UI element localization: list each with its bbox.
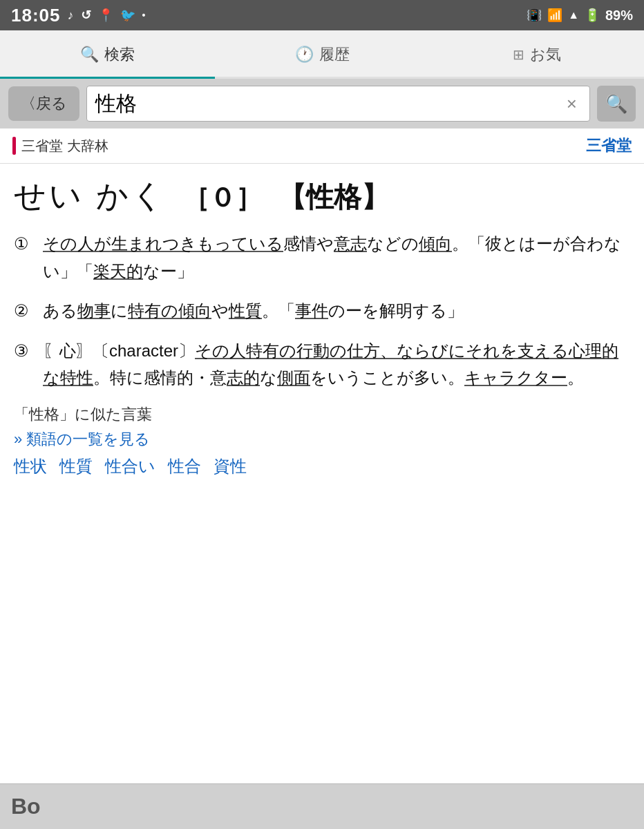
def-body-2: ある物事に特有の傾向や性質。「事件のーを解明する」 — [43, 297, 630, 325]
def-underline-3d: 志的 — [227, 368, 260, 387]
status-left: 18:05 ♪ ↺ 📍 🐦 • — [11, 5, 145, 26]
definition-item-2: ② ある物事に特有の傾向や性質。「事件のーを解明する」 — [14, 297, 630, 325]
related-section: 「性格」に似た言葉 » 類語の一覧を見る 性状 性質 性合い 性合 資性 — [14, 404, 630, 477]
def-underline-1c: 意志 — [334, 234, 367, 253]
bottom-tab-partial-text: Bo — [11, 794, 41, 819]
back-button[interactable]: 〈戻る — [8, 86, 79, 121]
dot-indicator: • — [142, 10, 146, 21]
def-underline-1b: 生まれつきもっている — [111, 234, 283, 253]
search-input-container[interactable]: 性格 × — [86, 86, 590, 122]
status-right: 📳 📶 ▲ 🔋 89% — [527, 8, 633, 23]
refresh-icon: ↺ — [81, 8, 91, 23]
search-bar: 〈戻る 性格 × 🔍 — [0, 79, 644, 128]
status-bar: 18:05 ♪ ↺ 📍 🐦 • 📳 📶 ▲ 🔋 89% — [0, 0, 644, 30]
related-word-2[interactable]: 性合い — [105, 455, 155, 477]
music-icon: ♪ — [68, 8, 74, 23]
cellular-icon: ▲ — [568, 9, 579, 21]
battery-icon: 🔋 — [585, 8, 600, 23]
headword-kanji: 【性格】 — [278, 178, 389, 216]
tab-history[interactable]: 🕐 履歴 — [215, 32, 430, 79]
search-input-text: 性格 — [95, 90, 562, 118]
def-num-2: ② — [14, 297, 36, 325]
tab-favorites[interactable]: ⊞ お気 — [429, 32, 644, 79]
dict-name-label: 三省堂 大辞林 — [21, 137, 108, 155]
def-underline-2d: 事件 — [295, 301, 328, 320]
dict-accent-bar — [12, 137, 16, 155]
def-underline-2b: 特有の傾向 — [128, 301, 211, 320]
definition-list: ① その人が生まれつきもっている感情や意志などの傾向。「彼とはーが合わない」「楽… — [14, 230, 630, 392]
def-underline-3e: 側面 — [277, 368, 310, 387]
search-tab-icon: 🔍 — [80, 46, 99, 64]
search-tab-label: 検索 — [104, 44, 135, 65]
dict-name-section: 三省堂 大辞林 — [12, 137, 108, 155]
search-clear-icon[interactable]: × — [562, 93, 581, 115]
def-underline-1e: 楽天的 — [93, 262, 143, 280]
definition-item-1: ① その人が生まれつきもっている感情や意志などの傾向。「彼とはーが合わない」「楽… — [14, 230, 630, 285]
def-underline-1d: 傾向 — [419, 234, 452, 253]
location-icon: 📍 — [98, 8, 113, 23]
signal-vibrate-icon: 📳 — [527, 8, 542, 23]
favorites-tab-label: お気 — [530, 44, 561, 65]
related-link[interactable]: » 類語の一覧を見る — [14, 429, 630, 450]
definition-item-3: ③ 〖心〗〔character〕その人特有の行動の仕方、ならびにそれを支える心理… — [14, 337, 630, 392]
history-tab-icon: 🕐 — [295, 46, 314, 64]
history-tab-label: 履歴 — [319, 44, 350, 65]
related-word-4[interactable]: 資性 — [214, 455, 247, 477]
headword-reading: せい かく — [14, 175, 167, 218]
dict-header: 三省堂 大辞林 三省堂 — [0, 128, 644, 164]
main-content: せい かく ［０］ 【性格】 ① その人が生まれつきもっている感情や意志などの傾… — [0, 164, 644, 494]
def-underline-3f: キャラクター — [464, 368, 567, 387]
wifi-icon: 📶 — [547, 8, 562, 23]
nav-tabs: 🔍 検索 🕐 履歴 ⊞ お気 — [0, 30, 644, 79]
def-underline-2a: 物事 — [77, 301, 111, 320]
def-body-3: 〖心〗〔character〕その人特有の行動の仕方、ならびにそれを支える心理的な… — [43, 337, 630, 392]
tab-search[interactable]: 🔍 検索 — [0, 32, 215, 79]
bottom-bar-partial: Bo — [0, 783, 644, 829]
related-words: 性状 性質 性合い 性合 資性 — [14, 455, 630, 477]
battery-percent: 89% — [605, 8, 633, 23]
related-word-1[interactable]: 性質 — [59, 455, 93, 477]
def-underline-3a: その人特有の行動の仕方、な — [195, 341, 414, 360]
def-body-1: その人が生まれつきもっている感情や意志などの傾向。「彼とはーが合わない」「楽天的… — [43, 230, 630, 285]
headword-line: せい かく ［０］ 【性格】 — [14, 175, 630, 218]
def-underline-2c: 性質 — [229, 301, 262, 320]
dict-brand-label[interactable]: 三省堂 — [586, 135, 632, 156]
headword-accent: ［０］ — [183, 180, 262, 216]
related-word-0[interactable]: 性状 — [14, 455, 47, 477]
status-time: 18:05 — [11, 5, 61, 26]
def-underline-1a: その人が — [43, 234, 111, 253]
related-word-3[interactable]: 性合 — [168, 455, 201, 477]
back-button-label: 〈戻る — [21, 95, 67, 112]
def-underline-3b: らびにそれを支える — [414, 341, 569, 360]
search-go-icon: 🔍 — [605, 93, 627, 115]
def-num-1: ① — [14, 230, 36, 258]
related-title: 「性格」に似た言葉 — [14, 404, 630, 425]
search-go-button[interactable]: 🔍 — [597, 86, 636, 122]
def-num-3: ③ — [14, 337, 36, 365]
favorites-tab-icon: ⊞ — [513, 46, 524, 63]
twitter-icon: 🐦 — [120, 8, 135, 23]
